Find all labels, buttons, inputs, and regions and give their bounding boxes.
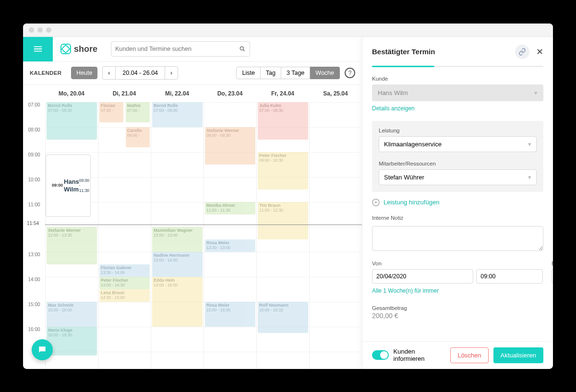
date-range[interactable]: 20.04 - 26.04 — [116, 66, 165, 80]
traffic-light-max[interactable] — [46, 27, 51, 33]
day-header: Di, 21.04 — [98, 85, 151, 102]
hour-label: 07:00 — [23, 102, 45, 127]
panel-title: Bestätigter Termin — [372, 48, 435, 56]
hour-label: 14:00 — [23, 277, 45, 302]
calendar-event[interactable]: Maria Kluge16:00 - 18:30 — [47, 327, 97, 356]
calendar-event[interactable]: Monika Hirner11:00 - 11:30 — [205, 202, 255, 214]
appointment-panel: Bestätigter Termin ✕ Kunde Hans Wilm ▾ D… — [362, 37, 553, 369]
search-icon — [239, 46, 246, 52]
service-select[interactable]: Klimaanlagenservice ▾ — [379, 136, 537, 152]
calendar-event[interactable]: Maximilian Wagner12:00 - 13:00 — [152, 227, 203, 252]
customer-select[interactable]: Hans Wilm ▾ — [372, 84, 543, 101]
chevron-down-icon: ▾ — [528, 174, 531, 181]
traffic-light-close[interactable] — [29, 27, 34, 33]
calendar-event[interactable]: Edda Hein14:00 - 16:00 — [152, 277, 203, 327]
plus-icon: + — [372, 199, 380, 206]
inform-toggle[interactable] — [372, 350, 389, 360]
day-header: Mo, 20.04 — [45, 85, 98, 102]
details-link[interactable]: Details anzeigen — [372, 105, 415, 112]
calendar-event[interactable]: Mathis07:00 - — [126, 102, 150, 122]
hour-label: 15:00 — [23, 302, 45, 327]
add-service-label: Leistung hinzufügen — [384, 199, 439, 206]
day-header: Do, 23.04 — [204, 85, 256, 102]
hour-label: 10:00 — [23, 177, 45, 202]
day-column[interactable]: Julia Kuhn07:00 - 08:30Peter Fischer09:0… — [256, 102, 309, 369]
today-button[interactable]: Heute — [71, 67, 97, 79]
calendar-event[interactable]: Rolf Neumann15:00 - 16:15 — [258, 302, 308, 333]
calendar-event[interactable]: Bernd Rolle07:00 - 08:00 — [152, 102, 203, 127]
to-date-input[interactable] — [552, 269, 553, 284]
calendar-event[interactable]: Rosa Meier15:00 - 16:00 — [205, 302, 255, 327]
menu-button[interactable] — [23, 37, 53, 62]
view-list[interactable]: Liste — [236, 67, 260, 79]
next-range-button[interactable]: › — [165, 66, 178, 80]
calendar-event[interactable]: Lena Braun14:30 - 15:00 — [99, 289, 150, 302]
day-column[interactable]: Bernd Rolle07:00 - 08:00Maximilian Wagne… — [151, 102, 204, 369]
add-service-button[interactable]: + Leistung hinzufügen — [372, 199, 543, 206]
day-column[interactable]: Stefanie Werner08:00 - 09:30Monika Hirne… — [204, 102, 256, 369]
inform-label: Kunden informieren — [394, 348, 446, 362]
hour-label: 08:00 — [23, 127, 45, 152]
chat-fab[interactable] — [32, 339, 53, 360]
logo-icon — [60, 44, 71, 54]
day-header: Fr, 24.04 — [256, 85, 309, 102]
search-input[interactable] — [115, 46, 239, 52]
calendar-event[interactable]: Florian Gabner13:30 - 14:00 — [99, 264, 150, 277]
section-title: KALENDER — [30, 70, 71, 76]
brand-name: shore — [74, 44, 97, 54]
view-week[interactable]: Woche — [310, 67, 340, 79]
calendar-event[interactable]: Stefanie Werner08:00 - 09:30 — [205, 127, 255, 165]
total-value: 200,00 € — [372, 312, 543, 320]
help-button[interactable]: ? — [345, 68, 355, 78]
traffic-light-min[interactable] — [37, 27, 43, 33]
view-day[interactable]: Tag — [261, 67, 281, 79]
now-line — [45, 225, 362, 225]
calendar-event[interactable]: Carolin08:00 - — [126, 127, 150, 147]
day-header: Sa, 25.04 — [309, 85, 362, 102]
from-time-input[interactable] — [476, 269, 543, 284]
total-label: Gesamtbetrag — [372, 305, 543, 311]
window-titlebar — [23, 24, 553, 37]
note-textarea[interactable] — [372, 226, 543, 251]
chevron-down-icon: ▾ — [534, 89, 538, 96]
calendar-event[interactable]: Nadine Herrmann13:00 - 14:00 — [152, 252, 203, 277]
day-header: Mi, 22.04 — [151, 85, 204, 102]
to-label: Bis — [552, 261, 553, 266]
note-label: Interne Notiz — [372, 215, 543, 221]
svg-point-0 — [240, 47, 243, 50]
resource-select[interactable]: Stefan Wührer ▾ — [379, 169, 537, 185]
calendar-event[interactable]: Bernd Rolle07:00 - 08:30 — [47, 102, 97, 140]
from-date-input[interactable] — [372, 269, 473, 284]
calendar-event[interactable]: Stefanie Werner12:00 - 13:30 — [47, 227, 97, 264]
calendar-event[interactable]: Rosa Meier12:30 - 13:00 — [205, 239, 255, 252]
day-column[interactable] — [309, 102, 362, 369]
recurrence-link[interactable]: Alle 1 Woche(n) für immer — [372, 287, 439, 294]
delete-button[interactable]: Löschen — [450, 347, 488, 363]
day-column[interactable]: 09:00Hans Wilm09:00 - 11:3011:30Bernd Ro… — [45, 102, 98, 369]
calendar-event[interactable]: Peter Fischer14:00 - 14:30 — [99, 277, 150, 289]
time-gutter: 07:0008:0009:0010:0011:0013:0014:0015:00… — [23, 85, 45, 369]
search-field[interactable] — [111, 41, 250, 57]
calendar-event[interactable]: Julia Kuhn07:00 - 08:30 — [258, 102, 308, 140]
update-button[interactable]: Aktualisieren — [493, 347, 543, 363]
link-icon[interactable] — [515, 45, 529, 59]
day-column[interactable]: Florian07:00 -Mathis07:00 -Carolin08:00 … — [98, 102, 151, 369]
now-label: 11:54 — [26, 221, 40, 226]
customer-value: Hans Wilm — [378, 89, 408, 96]
service-value: Klimaanlagenservice — [384, 141, 442, 148]
customer-label: Kunde — [372, 76, 543, 82]
close-panel-button[interactable]: ✕ — [536, 47, 543, 57]
hour-label: 13:00 — [23, 252, 45, 277]
from-label: Von — [372, 261, 543, 266]
calendar-event-selected[interactable]: 09:00Hans Wilm09:00 - 11:30 — [46, 154, 91, 217]
resource-label: Mitarbeiter/Ressourcen — [379, 161, 537, 166]
calendar-event[interactable]: Max Schmitt15:00 - 16:00 — [47, 302, 97, 327]
calendar-event[interactable]: Tim Braun11:00 - 12:30 — [258, 202, 308, 239]
resource-value: Stefan Wührer — [384, 174, 424, 181]
view-3days[interactable]: 3 Tage — [281, 67, 310, 79]
calendar-event[interactable]: Peter Fischer09:00 - 10:30 — [258, 152, 308, 190]
brand-logo: shore — [60, 44, 97, 54]
prev-range-button[interactable]: ‹ — [102, 66, 116, 80]
hour-label: 09:00 — [23, 152, 45, 177]
calendar-event[interactable]: Florian07:00 - — [99, 102, 123, 122]
